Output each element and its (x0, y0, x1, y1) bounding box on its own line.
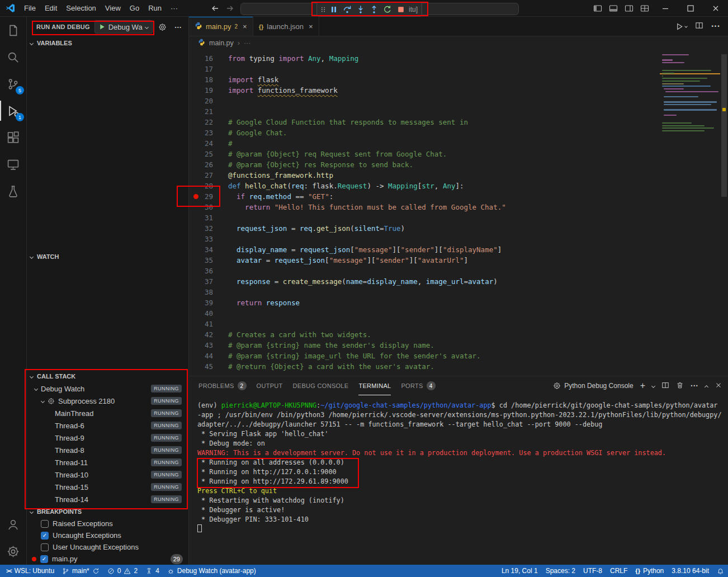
code-line-21[interactable]: 21 (189, 106, 728, 117)
debug-step-over-button[interactable] (341, 3, 354, 16)
breakpoint-slot[interactable] (192, 223, 200, 234)
breakpoint-slot[interactable] (192, 85, 200, 96)
breakpoint-slot[interactable] (192, 138, 200, 149)
menu-more[interactable]: ··· (166, 2, 182, 14)
code-line-25[interactable]: 25# @param {Object} req Request sent fro… (189, 149, 728, 159)
call-stack-row[interactable]: Debug WatchRUNNING (27, 382, 188, 395)
code-line-42[interactable]: 42# Creates a card with two widgets. (189, 329, 728, 340)
breakpoint-slot[interactable] (192, 212, 200, 223)
problems-item[interactable]: 0 2 (103, 565, 141, 577)
variables-section-header[interactable]: VARIABLES (27, 37, 188, 49)
menu-file[interactable]: File (20, 2, 40, 14)
code-line-20[interactable]: 20 (189, 96, 728, 106)
breakpoint-slot[interactable] (192, 64, 200, 74)
code-line-35[interactable]: 35 avatar = request_json["message"]["sen… (189, 255, 728, 266)
breakpoint-slot[interactable] (192, 159, 200, 170)
sidebar-item-search[interactable] (0, 44, 26, 70)
tab-launch-json[interactable]: {}launch.json× (253, 17, 319, 36)
breakpoint-slot[interactable] (192, 149, 200, 159)
code-line-38[interactable]: 38 (189, 287, 728, 297)
terminal-dropdown-icon[interactable] (651, 384, 655, 387)
panel-tab-ports[interactable]: PORTS4 (401, 376, 435, 395)
code-line-32[interactable]: 32 request_json = req.get_json(silent=Tr… (189, 223, 728, 234)
call-stack-row[interactable]: Thread-15RUNNING (27, 481, 188, 493)
tab-close-icon[interactable]: × (243, 22, 247, 31)
terminal-instance-item[interactable]: Python Debug Console (553, 382, 633, 390)
code-line-16[interactable]: 16from typing import Any, Mapping (189, 53, 728, 64)
sidebar-item-extensions[interactable] (0, 124, 26, 151)
breakpoint-row[interactable]: User Uncaught Exceptions (27, 541, 188, 553)
command-center[interactable]: itu] (240, 3, 519, 15)
breakpoint-slot[interactable] (192, 106, 200, 117)
tab-close-icon[interactable]: × (309, 22, 313, 31)
breakpoint-checkbox[interactable]: ✓ (40, 555, 48, 563)
breakpoint-slot[interactable] (192, 234, 200, 244)
code-line-40[interactable]: 40 (189, 308, 728, 319)
breakpoint-slot[interactable] (192, 287, 200, 297)
code-line-30[interactable]: 30 return "Hello! This function must be … (189, 202, 728, 212)
code-line-37[interactable]: 37 response = create_message(name=displa… (189, 276, 728, 287)
code-line-43[interactable]: 43# @param {string} name the sender's di… (189, 340, 728, 351)
menu-go[interactable]: Go (125, 2, 144, 14)
accounts-button[interactable] (0, 511, 26, 538)
panel-tab-output[interactable]: OUTPUT (257, 376, 283, 395)
notifications-bell[interactable] (713, 565, 728, 577)
menu-edit[interactable]: Edit (40, 2, 62, 14)
minimap[interactable] (662, 54, 718, 133)
forwarded-ports-item[interactable]: 4 (141, 565, 163, 577)
code-line-24[interactable]: 24# (189, 138, 728, 149)
breakpoint-slot[interactable] (192, 53, 200, 64)
code-line-41[interactable]: 41 (189, 319, 728, 329)
breakpoint-dot[interactable] (192, 191, 200, 202)
breakpoint-slot[interactable] (192, 202, 200, 212)
breakpoint-slot[interactable] (192, 127, 200, 138)
python-interpreter-item[interactable]: 3.8.10 64-bit (668, 565, 713, 577)
call-stack-section-header[interactable]: CALL STACK (27, 370, 188, 382)
toggle-sidebar-icon[interactable] (590, 0, 606, 16)
call-stack-row[interactable]: Thread-14RUNNING (27, 493, 188, 505)
breakpoint-checkbox[interactable] (41, 543, 49, 551)
debug-pause-button[interactable] (327, 3, 341, 16)
code-line-33[interactable]: 33 (189, 234, 728, 244)
panel-tab-debug-console[interactable]: DEBUG CONSOLE (293, 376, 349, 395)
breadcrumb-file[interactable]: main.py (209, 39, 234, 47)
code-line-26[interactable]: 26# @param {Object} res Response to send… (189, 159, 728, 170)
code-line-22[interactable]: 22# Google Cloud Function that responds … (189, 117, 728, 127)
kill-terminal-icon[interactable] (676, 381, 684, 391)
breakpoint-slot[interactable] (192, 351, 200, 361)
call-stack-row[interactable]: MainThreadRUNNING (27, 407, 188, 419)
go-back-icon[interactable] (209, 2, 221, 15)
sidebar-item-testing[interactable] (0, 178, 26, 205)
breakpoint-checkbox[interactable]: ✓ (41, 532, 49, 540)
settings-button[interactable] (0, 538, 26, 565)
remote-indicator[interactable]: >< WSL: Ubuntu (2, 565, 58, 577)
watch-section-header[interactable]: WATCH (27, 250, 188, 263)
sidebar-item-run-and-debug[interactable]: 1 (0, 97, 26, 124)
code-line-31[interactable]: 31 (189, 212, 728, 223)
close-panel-icon[interactable] (715, 381, 722, 391)
breakpoint-slot[interactable] (192, 74, 200, 85)
split-editor-icon[interactable] (695, 21, 703, 32)
breadcrumb-more[interactable]: ··· (244, 39, 251, 47)
breakpoint-row[interactable]: ✓main.py29 (27, 553, 188, 565)
breakpoint-slot[interactable] (192, 297, 200, 308)
terminal-output[interactable]: (env) pierrick@LAPTOP-HKU5PNNG:~/git/goo… (189, 395, 728, 565)
code-line-28[interactable]: 28def hello_chat(req: flask.Request) -> … (189, 181, 728, 191)
menu-selection[interactable]: Selection (62, 2, 100, 14)
more-actions-icon[interactable]: ··· (711, 21, 720, 31)
code-line-29[interactable]: 29 if req.method == "GET": (189, 191, 728, 202)
scrollbar-thumb[interactable] (721, 54, 727, 197)
menu-view[interactable]: View (101, 2, 125, 14)
breakpoint-checkbox[interactable] (41, 520, 49, 528)
call-stack-row[interactable]: Subprocess 2180RUNNING (27, 395, 188, 407)
breakpoint-slot[interactable] (192, 308, 200, 319)
close-window-button[interactable] (703, 0, 728, 16)
breakpoint-slot[interactable] (192, 117, 200, 127)
go-forward-icon[interactable] (224, 2, 236, 15)
breakpoint-slot[interactable] (192, 181, 200, 191)
code-line-45[interactable]: 45# @return {Object} a card with the use… (189, 361, 728, 372)
sidebar-item-source-control[interactable]: 5 (0, 70, 26, 97)
toggle-panel-icon[interactable] (606, 0, 621, 16)
code-line-44[interactable]: 44# @param {string} image_url the URL fo… (189, 351, 728, 361)
language-mode-item[interactable]: {} Python (631, 565, 668, 577)
